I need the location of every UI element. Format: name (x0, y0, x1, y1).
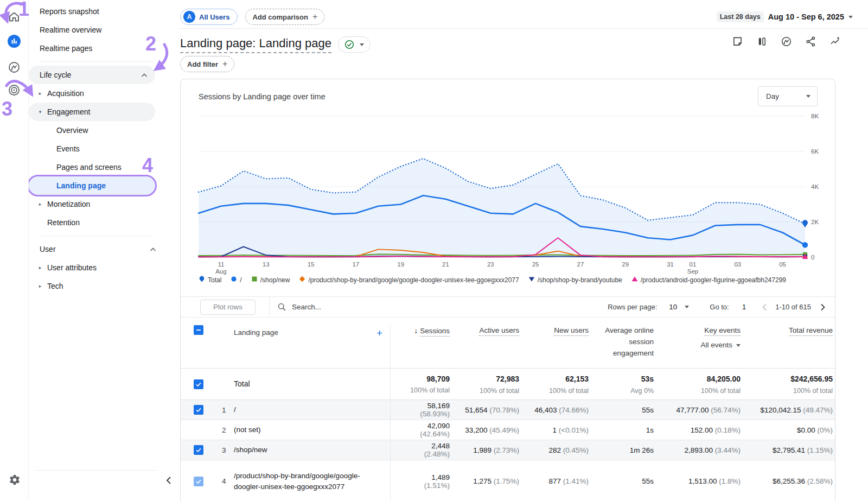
metric-filter-select[interactable]: All events (657, 340, 741, 351)
landing-page-cell[interactable]: / (234, 404, 390, 415)
add-comparison-button[interactable]: Add comparison + (245, 9, 324, 25)
explore-icon[interactable] (7, 60, 21, 74)
column-label: Active users (479, 326, 519, 336)
landing-page-cell[interactable]: /shop/new (234, 445, 390, 455)
rows-per-page-value[interactable]: 10 (669, 303, 677, 311)
total-metric-cell: 84,205.00100% of total (657, 374, 744, 395)
total-area-fill (199, 158, 805, 257)
row-checkbox[interactable] (194, 445, 203, 455)
metric-cell: 47,777.00 (56.74%) (657, 406, 744, 414)
granularity-select[interactable]: Day (758, 86, 818, 106)
sidebar-item-retention[interactable]: Retention (29, 213, 164, 232)
admin-gear-icon[interactable] (9, 474, 21, 486)
prev-page-icon[interactable] (760, 302, 770, 312)
date-range-picker[interactable]: Last 28 days Aug 10 - Sep 6, 2025 (717, 11, 853, 22)
sidebar-item-realtime-overview[interactable]: Realtime overview (29, 21, 164, 39)
insights-icon[interactable] (829, 36, 841, 47)
sidebar-item-overview[interactable]: Overview (29, 121, 164, 139)
sidebar-item-pages-and-screens[interactable]: Pages and screens (29, 158, 164, 176)
table-row[interactable]: 2(not set)42,090 (42.64%)33,200 (45.49%)… (181, 420, 835, 440)
row-checkbox[interactable] (194, 379, 203, 389)
column-header-active-users[interactable]: Active users (453, 325, 522, 368)
next-page-icon[interactable] (818, 302, 827, 312)
select-all-checkbox[interactable] (194, 325, 203, 335)
expand-arrow-icon[interactable]: ▸ (33, 283, 47, 289)
column-header-landing-page[interactable]: Landing page+ (234, 325, 390, 341)
add-filter-button[interactable]: Add filter + (180, 56, 234, 72)
chevron-down-icon[interactable] (685, 306, 689, 308)
sidebar-item-monetization[interactable]: ▸Monetization (29, 195, 164, 213)
row-checkbox[interactable] (194, 405, 203, 415)
metric-percent: (45.49%) (487, 426, 519, 434)
sidebar-item-user-attributes[interactable]: ▸User attributes (29, 258, 164, 277)
report-status-pill[interactable] (338, 36, 371, 53)
legend-marker-pin (199, 276, 205, 284)
table-row[interactable]: 3/shop/new2,448 (2.48%)1,989 (2.73%)282 … (181, 440, 835, 460)
all-users-chip[interactable]: A All Users (180, 9, 238, 25)
row-checkbox[interactable] (194, 477, 203, 486)
legend-item-shop-shop-by-brand-youtube[interactable]: /shop/shop-by-brand/youtube (528, 276, 622, 284)
column-header-key-events[interactable]: Key eventsAll events (657, 325, 744, 368)
table-search[interactable]: Search... (277, 302, 321, 312)
reports-icon[interactable] (5, 33, 23, 50)
column-header-sessions[interactable]: ↓Sessions (390, 325, 453, 368)
metric-cell: $2,795.41 (1.15%) (744, 446, 836, 454)
legend-item-product-android-googler-figurine-ggoeafbh247299[interactable]: /product/android-googler-figurine-ggoeaf… (631, 276, 786, 284)
sidebar-item-label: Tech (47, 282, 63, 290)
sidebar-item-life-cycle[interactable]: Life cycle (29, 66, 155, 84)
check-circle-icon (344, 40, 354, 49)
ab-compare-icon[interactable] (756, 36, 768, 47)
column-header-average-online-session-engagement[interactable]: Average online session engagement (592, 325, 657, 368)
sidebar-item-landing-page[interactable]: Landing page (29, 176, 155, 195)
chevron-up-icon[interactable] (141, 71, 148, 79)
goto-label: Go to: (710, 303, 729, 311)
sidebar-item-user[interactable]: User (29, 240, 164, 258)
expand-arrow-icon[interactable]: ▸ (33, 265, 47, 270)
row-index: 2 (215, 426, 234, 434)
legend-item-shop-new[interactable]: /shop/new (251, 276, 290, 284)
legend-label: Total (208, 276, 221, 284)
sidebar-item-realtime-pages[interactable]: Realtime pages (29, 39, 164, 58)
table-row[interactable]: 4/product/shop-by-brand/google/google-do… (181, 460, 835, 501)
y-axis-label: 4K (811, 183, 819, 190)
add-dimension-icon[interactable]: + (376, 325, 382, 341)
metric-percent: (3.44%) (713, 446, 741, 454)
expand-arrow-icon[interactable]: ▸ (33, 201, 47, 207)
header-divider (180, 28, 868, 29)
metric-value: 282 (548, 446, 561, 454)
expand-arrow-icon[interactable]: ▸ (33, 91, 47, 96)
sidebar-item-events[interactable]: Events (29, 139, 164, 158)
column-header-total-revenue[interactable]: Total revenue (744, 325, 836, 368)
sidebar-item-tech[interactable]: ▸Tech (29, 277, 164, 295)
sidebar-item-engagement[interactable]: ▾Engagement (29, 103, 155, 121)
collapse-arrow-icon[interactable]: ▾ (33, 109, 47, 115)
legend-item-total[interactable]: Total (199, 276, 221, 284)
chevron-up-icon[interactable] (150, 245, 156, 253)
sidebar-collapse-icon[interactable] (164, 475, 174, 485)
plot-rows-button[interactable]: Plot rows (200, 300, 256, 315)
advertising-icon[interactable] (7, 83, 21, 97)
sidebar-item-reports-snapshot[interactable]: Reports snapshot (29, 2, 164, 21)
sessions-chart: 02K4K6K8K11Aug1315171921232527293101Sep0… (181, 106, 836, 279)
page-title[interactable]: Landing page: Landing page (180, 36, 331, 53)
annotate-icon[interactable] (732, 36, 743, 47)
x-axis-label: 29 (622, 261, 629, 268)
legend-marker-triangle-up (631, 276, 638, 284)
landing-page-cell[interactable]: (not set) (234, 424, 390, 435)
metric-cell: 1 (<0.01%) (522, 426, 592, 434)
column-header-new-users[interactable]: New users (522, 325, 592, 368)
goto-page-input[interactable]: 1 (742, 303, 746, 311)
metric-cell: 55s (592, 406, 657, 414)
share-icon[interactable] (805, 36, 816, 47)
x-axis-sublabel: Sep (687, 268, 698, 275)
metric-value: $2,795.41 (773, 446, 805, 454)
home-icon[interactable] (7, 10, 21, 24)
landing-page-cell[interactable]: /product/shop-by-brand/google/google-doo… (234, 471, 390, 492)
sidebar-item-acquisition[interactable]: ▸Acquisition (29, 84, 164, 103)
legend-item-[interactable]: / (231, 276, 241, 284)
metric-cell: 282 (0.45%) (522, 446, 592, 454)
table-row[interactable]: 1/58,169 (58.93%)51,654 (70.78%)46,403 (… (181, 400, 835, 420)
legend-item-product-shop-by-brand-google-google-doogler-unisex-tee-ggoegxxx2077[interactable]: /product/shop-by-brand/google/google-doo… (299, 276, 519, 284)
table-header-row: Landing page+↓SessionsActive usersNew us… (181, 318, 835, 369)
explore-chart-icon[interactable] (781, 36, 792, 47)
